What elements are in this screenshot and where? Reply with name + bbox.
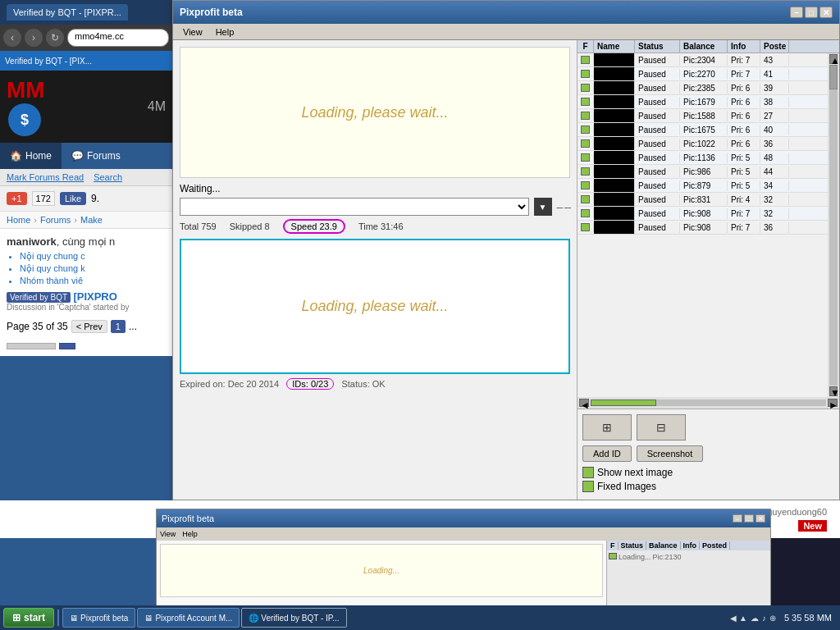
search-link[interactable]: Search	[94, 172, 122, 182]
taskbar: ⊞ start 🖥 Pixprofit beta 🖥 Pixprofit Acc…	[0, 605, 840, 630]
show-next-image-row: Show next image	[582, 467, 834, 478]
flag-icon	[581, 56, 590, 64]
breadcrumb-home[interactable]: Home	[7, 215, 30, 225]
menu-view[interactable]: View	[176, 27, 209, 37]
name-cell-10	[594, 193, 635, 206]
col-info: Info	[728, 40, 760, 52]
balance-cell-5: Pic:1675	[680, 125, 728, 135]
posted-cell-6: 36	[760, 139, 789, 149]
posted-cell-4: 27	[760, 111, 789, 121]
fb-like-button[interactable]: Like	[60, 192, 86, 205]
status-ok-label: Status: OK	[341, 379, 385, 389]
post-title[interactable]: [PIXPRO	[73, 290, 116, 303]
back-button[interactable]: ‹	[3, 29, 21, 47]
posted-cell-2: 39	[760, 83, 789, 94]
breadcrumb-make[interactable]: Make	[80, 215, 103, 225]
nav-forums[interactable]: 💬 Forums	[62, 143, 130, 169]
forward-button[interactable]: ›	[25, 29, 43, 47]
prev-page-button[interactable]: < Prev	[71, 320, 107, 333]
menu-help[interactable]: Help	[209, 27, 241, 37]
table-row[interactable]: Paused Pic:1588 Pri: 6 27	[578, 109, 828, 123]
browser-tab[interactable]: Verified by BQT - [PIXPR...	[7, 4, 128, 21]
status-cell-1: Paused	[635, 69, 680, 80]
mark-forums-read-link[interactable]: Mark Forums Read	[7, 172, 84, 182]
table-row[interactable]: Paused Pic:908 Pri: 7 32	[578, 207, 828, 221]
flag-cell-3	[578, 97, 594, 107]
table-row[interactable]: Paused Pic:2385 Pri: 6 39	[578, 81, 828, 95]
add-id-button[interactable]: Add ID	[582, 445, 632, 462]
table-row[interactable]: Paused Pic:1675 Pri: 6 40	[578, 123, 828, 137]
browser-nav: ‹ › ↻ mmo4me.cc	[0, 25, 172, 51]
info-cell-5: Pri: 6	[728, 125, 760, 135]
balance-cell-8: Pic:986	[680, 167, 728, 177]
table-scrollbar[interactable]: ▲ ▼	[828, 53, 839, 397]
taskbar-item-verified[interactable]: 🌐 Verified by BQT - IP...	[241, 608, 346, 628]
icon-button-1[interactable]: ⊞	[582, 414, 632, 441]
h-scroll-thumb[interactable]	[591, 399, 656, 406]
minimize-button[interactable]: –	[790, 7, 803, 18]
page-slider	[7, 343, 56, 349]
taskbar-separator	[57, 609, 59, 626]
flag-icon	[581, 181, 590, 189]
table-row[interactable]: Paused Pic:1679 Pri: 6 38	[578, 95, 828, 109]
close-button[interactable]: ✕	[819, 7, 833, 18]
screenshot-button[interactable]: Screenshot	[637, 445, 704, 462]
balance-cell-7: Pic:1136	[680, 153, 728, 163]
app-right-panel: F Name Status Balance Info Poste Paused …	[577, 40, 839, 500]
dropdown-arrow-button[interactable]: ▼	[534, 198, 552, 216]
nested-col-posted: Posted	[700, 541, 730, 550]
horizontal-scrollbar[interactable]: ◄ ►	[578, 397, 839, 409]
refresh-button[interactable]: ↻	[46, 29, 64, 47]
dropdown-select[interactable]	[180, 198, 529, 216]
info-cell-8: Pri: 5	[728, 167, 760, 177]
action-buttons: Add ID Screenshot	[582, 445, 834, 462]
nav-home[interactable]: 🏠 Home	[0, 143, 62, 169]
scroll-right-arrow[interactable]: ►	[828, 399, 838, 407]
new-badge: New	[798, 520, 827, 532]
fixed-images-checkbox[interactable]	[582, 481, 594, 492]
scroll-left-arrow[interactable]: ◄	[579, 399, 589, 407]
nested-col-balance: Balance	[646, 541, 681, 550]
site-logo: MM $ 4M	[0, 71, 172, 143]
scroll-thumb[interactable]	[829, 65, 838, 89]
gplus-count: 172	[32, 191, 55, 206]
table-row[interactable]: Paused Pic:986 Pri: 5 44	[578, 165, 828, 179]
scroll-down-arrow[interactable]: ▼	[829, 386, 838, 396]
table-row[interactable]: Paused Pic:1136 Pri: 5 48	[578, 151, 828, 165]
nested-col-info: Info	[681, 541, 701, 550]
list-item[interactable]: Nhóm thành viê	[20, 276, 166, 285]
gplus-button[interactable]: +1	[7, 192, 27, 205]
start-icon: ⊞	[12, 612, 21, 623]
accounts-table-container: F Name Status Balance Info Poste Paused …	[578, 40, 839, 409]
taskbar-item-pixprofit[interactable]: 🖥 Pixprofit beta	[62, 608, 135, 628]
flag-cell-10	[578, 194, 594, 204]
info-cell-11: Pri: 7	[728, 208, 760, 219]
table-body[interactable]: Paused Pic:2304 Pri: 7 43 Paused Pic:227…	[578, 53, 828, 397]
list-item[interactable]: Nội quy chung k	[20, 263, 166, 274]
controls-row: ▼ – –	[180, 198, 570, 216]
table-row[interactable]: Paused Pic:2270 Pri: 7 41	[578, 67, 828, 81]
address-bar[interactable]: mmo4me.cc	[67, 29, 169, 47]
name-cell-9	[594, 179, 635, 192]
maximize-button[interactable]: □	[805, 7, 818, 18]
status-cell-7: Paused	[635, 153, 680, 163]
scroll-up-arrow[interactable]: ▲	[829, 54, 838, 64]
breadcrumb-forums[interactable]: Forums	[40, 215, 71, 225]
table-row[interactable]: Paused Pic:879 Pri: 5 34	[578, 179, 828, 193]
current-page-button[interactable]: 1	[111, 320, 126, 333]
start-button[interactable]: ⊞ start	[3, 608, 54, 628]
table-row[interactable]: Paused Pic:1022 Pri: 6 36	[578, 137, 828, 151]
status-cell-6: Paused	[635, 139, 680, 149]
col-name: Name	[594, 40, 635, 52]
list-item[interactable]: Nội quy chung c	[20, 251, 166, 262]
show-next-image-checkbox[interactable]	[582, 467, 594, 478]
page-slider-thumb[interactable]	[59, 343, 75, 349]
more-options-button[interactable]: – –	[557, 200, 570, 213]
table-row[interactable]: Paused Pic:831 Pri: 4 32	[578, 193, 828, 207]
taskbar-item-label-1: Pixprofit beta	[80, 614, 128, 623]
table-row[interactable]: Paused Pic:2304 Pri: 7 43	[578, 53, 828, 67]
status-cell-8: Paused	[635, 167, 680, 177]
taskbar-item-account[interactable]: 🖥 Pixprofit Account M...	[137, 608, 240, 628]
table-row[interactable]: Paused Pic:908 Pri: 7 36	[578, 221, 828, 235]
icon-button-2[interactable]: ⊟	[637, 414, 686, 441]
